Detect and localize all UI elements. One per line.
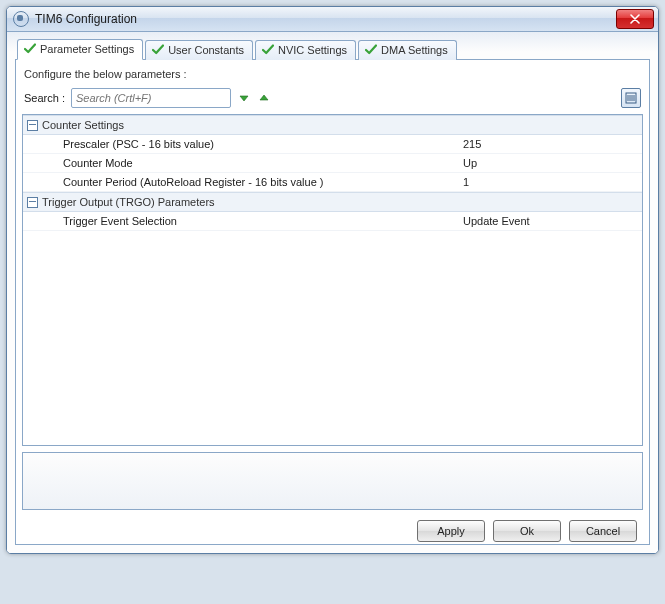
param-value[interactable]: Update Event (463, 215, 638, 227)
prev-match-icon[interactable] (257, 91, 271, 105)
param-value[interactable]: Up (463, 157, 638, 169)
tab-bar: Parameter Settings User Constants NVIC S… (15, 38, 650, 60)
check-icon (152, 44, 164, 56)
param-value[interactable]: 1 (463, 176, 638, 188)
tab-body: Configure the below parameters : Search … (15, 60, 650, 545)
tab-user-constants[interactable]: User Constants (145, 40, 253, 60)
window-title: TIM6 Configuration (35, 12, 616, 26)
param-label: Prescaler (PSC - 16 bits value) (63, 138, 463, 150)
list-icon (625, 92, 637, 104)
param-value[interactable]: 215 (463, 138, 638, 150)
param-label: Counter Mode (63, 157, 463, 169)
collapse-icon[interactable] (27, 197, 38, 208)
close-button[interactable] (616, 9, 654, 29)
description-panel (22, 452, 643, 510)
tab-label: User Constants (168, 44, 244, 56)
check-icon (262, 44, 274, 56)
app-icon (13, 11, 29, 27)
param-row[interactable]: Counter Mode Up (23, 154, 642, 173)
tab-nvic-settings[interactable]: NVIC Settings (255, 40, 356, 60)
parameter-tree[interactable]: Counter Settings Prescaler (PSC - 16 bit… (22, 114, 643, 446)
config-dialog: TIM6 Configuration Parameter Settings Us… (6, 6, 659, 554)
group-title: Trigger Output (TRGO) Parameters (42, 196, 215, 208)
check-icon (24, 43, 36, 55)
collapse-icon[interactable] (27, 120, 38, 131)
tab-label: Parameter Settings (40, 43, 134, 55)
tab-label: NVIC Settings (278, 44, 347, 56)
close-icon (630, 14, 640, 24)
next-match-icon[interactable] (237, 91, 251, 105)
check-icon (365, 44, 377, 56)
tab-label: DMA Settings (381, 44, 448, 56)
titlebar: TIM6 Configuration (7, 7, 658, 32)
search-row: Search : (24, 88, 641, 108)
param-row[interactable]: Prescaler (PSC - 16 bits value) 215 (23, 135, 642, 154)
group-trgo-parameters[interactable]: Trigger Output (TRGO) Parameters (23, 192, 642, 212)
ok-button[interactable]: Ok (493, 520, 561, 542)
configure-hint: Configure the below parameters : (24, 68, 643, 80)
param-row[interactable]: Counter Period (AutoReload Register - 16… (23, 173, 642, 192)
apply-button[interactable]: Apply (417, 520, 485, 542)
tab-parameter-settings[interactable]: Parameter Settings (17, 39, 143, 60)
param-row[interactable]: Trigger Event Selection Update Event (23, 212, 642, 231)
client-area: Parameter Settings User Constants NVIC S… (7, 32, 658, 553)
param-label: Counter Period (AutoReload Register - 16… (63, 176, 463, 188)
dialog-footer: Apply Ok Cancel (22, 510, 643, 544)
tab-dma-settings[interactable]: DMA Settings (358, 40, 457, 60)
cancel-button[interactable]: Cancel (569, 520, 637, 542)
group-counter-settings[interactable]: Counter Settings (23, 115, 642, 135)
search-label: Search : (24, 92, 65, 104)
param-label: Trigger Event Selection (63, 215, 463, 227)
group-title: Counter Settings (42, 119, 124, 131)
column-button[interactable] (621, 88, 641, 108)
search-input[interactable] (71, 88, 231, 108)
